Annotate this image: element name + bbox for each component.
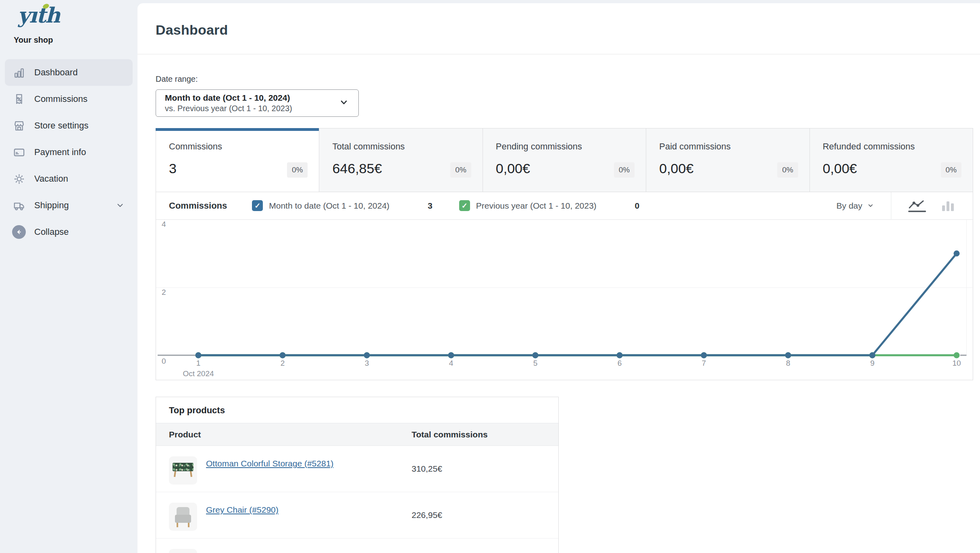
stat-delta-badge: 0% xyxy=(941,162,961,178)
sidebar-item-vacation[interactable]: Vacation xyxy=(5,166,133,192)
stat-label: Commissions xyxy=(169,141,307,152)
stats-tabs: Commissions 3 0% Total commissions 646,8… xyxy=(156,128,973,192)
sidebar-menu: Dashboard Commissions xyxy=(0,59,137,245)
checkbox-previous-period[interactable] xyxy=(459,200,470,211)
svg-text:3: 3 xyxy=(365,359,369,367)
sidebar-item-label: Dashboard xyxy=(34,67,78,78)
svg-text:5: 5 xyxy=(533,359,538,367)
sidebar-item-collapse[interactable]: Collapse xyxy=(5,219,133,245)
shop-name: Your shop xyxy=(0,31,137,45)
svg-text:6: 6 xyxy=(618,359,622,367)
bar-chart-icon[interactable] xyxy=(940,199,957,213)
bar-chart-icon xyxy=(12,66,26,79)
stat-tab-refunded-commissions[interactable]: Refunded commissions 0,00€ 0% xyxy=(809,128,973,192)
product-link[interactable]: Wood Dining Table (#5272) xyxy=(206,551,308,553)
svg-text:9: 9 xyxy=(870,359,875,367)
sidebar-item-store-settings[interactable]: Store settings xyxy=(5,112,133,139)
product-thumbnail xyxy=(169,549,197,553)
series-toggle-label: Month to date (Oct 1 - 10, 2024) xyxy=(269,201,389,211)
top-products-header-row: Product Total commissions xyxy=(156,423,558,446)
product-total: 310,25€ xyxy=(412,464,545,474)
page-title: Dashboard xyxy=(156,22,973,38)
series-toggle-label: Previous year (Oct 1 - 10, 2023) xyxy=(476,201,597,211)
svg-text:10: 10 xyxy=(952,359,961,367)
sidebar: yıth Your shop Dashboard xyxy=(0,0,137,553)
top-products-card: Top products Product Total commissions O… xyxy=(156,397,559,553)
truck-icon xyxy=(12,199,26,212)
stat-tab-total-commissions[interactable]: Total commissions 646,85€ 0% xyxy=(319,128,482,192)
main-content: Dashboard Date range: Month to date (Oct… xyxy=(137,3,980,553)
chart-controls: By day xyxy=(836,192,961,219)
chevron-down-icon xyxy=(338,97,350,110)
column-header-product: Product xyxy=(169,430,412,439)
sidebar-item-dashboard[interactable]: Dashboard xyxy=(5,59,133,86)
series-toggle-value: 0 xyxy=(635,201,640,211)
stat-tab-paid-commissions[interactable]: Paid commissions 0,00€ 0% xyxy=(646,128,809,192)
table-row: Wood Dining Table (#5272) 109,65€ xyxy=(156,539,558,553)
stat-delta-badge: 0% xyxy=(614,162,635,178)
sidebar-item-commissions[interactable]: Commissions xyxy=(5,86,133,112)
stat-label: Total commissions xyxy=(332,141,470,152)
product-thumbnail xyxy=(169,503,197,531)
date-range-select[interactable]: Month to date (Oct 1 - 10, 2024) vs. Pre… xyxy=(156,89,359,117)
storefront-icon xyxy=(12,119,26,133)
yith-logo-text: yıth xyxy=(18,3,60,27)
date-range-label: Date range: xyxy=(156,75,973,84)
stat-label: Pending commissions xyxy=(496,141,634,152)
stat-value: 3 xyxy=(169,161,307,176)
app-root: yıth Your shop Dashboard xyxy=(0,0,980,553)
product-link[interactable]: Ottoman Colorful Storage (#5281) xyxy=(206,459,333,468)
interval-label: By day xyxy=(836,201,862,211)
stat-value: 646,85€ xyxy=(332,161,470,176)
series-toggle-value: 3 xyxy=(428,201,433,211)
page-header: Dashboard xyxy=(137,3,980,54)
commissions-line-chart[interactable]: 02412345678910Oct 2024 xyxy=(156,220,973,380)
chart-type-switch xyxy=(908,199,961,213)
stats-chart-card: Commissions 3 0% Total commissions 646,8… xyxy=(156,128,973,380)
stat-delta-badge: 0% xyxy=(287,162,308,178)
chevron-down-icon[interactable] xyxy=(116,201,125,210)
svg-text:4: 4 xyxy=(162,220,166,228)
stat-label: Refunded commissions xyxy=(823,141,961,152)
table-row: Grey Chair (#5290) 226,95€ xyxy=(156,492,558,539)
divider xyxy=(891,192,891,219)
sidebar-item-label: Payment info xyxy=(34,147,86,157)
checkbox-current-period[interactable] xyxy=(252,200,263,211)
yith-logo: yıth xyxy=(0,0,137,31)
stat-tab-pending-commissions[interactable]: Pending commissions 0,00€ 0% xyxy=(483,128,646,192)
chart-header: Commissions Month to date (Oct 1 - 10, 2… xyxy=(156,192,973,220)
date-range-primary: Month to date (Oct 1 - 10, 2024) xyxy=(165,93,292,103)
interval-select[interactable]: By day xyxy=(836,201,874,211)
top-products-title: Top products xyxy=(156,397,558,423)
chart-title: Commissions xyxy=(169,201,227,211)
date-range-block: Date range: Month to date (Oct 1 - 10, 2… xyxy=(156,75,973,117)
sidebar-item-label: Commissions xyxy=(34,94,87,104)
svg-text:2: 2 xyxy=(281,359,285,367)
line-chart-icon[interactable] xyxy=(908,199,927,213)
svg-text:Oct 2024: Oct 2024 xyxy=(183,369,214,378)
sidebar-item-label: Shipping xyxy=(34,200,69,211)
column-header-total-commissions: Total commissions xyxy=(412,430,545,439)
svg-text:2: 2 xyxy=(162,288,166,296)
svg-text:7: 7 xyxy=(702,359,706,367)
stat-value: 0,00€ xyxy=(496,161,634,176)
receipt-percent-icon xyxy=(12,92,26,106)
product-total: 226,95€ xyxy=(412,510,545,520)
sidebar-item-label: Collapse xyxy=(34,227,69,237)
product-link[interactable]: Grey Chair (#5290) xyxy=(206,505,279,515)
stat-tab-commissions[interactable]: Commissions 3 0% xyxy=(156,128,319,192)
series-toggle-current: Month to date (Oct 1 - 10, 2024) 3 xyxy=(252,200,433,211)
sidebar-item-label: Store settings xyxy=(34,120,89,131)
sidebar-item-label: Vacation xyxy=(34,174,68,184)
stat-value: 0,00€ xyxy=(823,161,961,176)
stat-delta-badge: 0% xyxy=(450,162,471,178)
sidebar-item-payment-info[interactable]: Payment info xyxy=(5,139,133,166)
credit-card-icon xyxy=(12,145,26,159)
series-toggle-previous: Previous year (Oct 1 - 10, 2023) 0 xyxy=(459,200,640,211)
product-thumbnail xyxy=(169,456,197,485)
stat-value: 0,00€ xyxy=(659,161,797,176)
svg-text:4: 4 xyxy=(449,359,454,367)
stat-label: Paid commissions xyxy=(659,141,797,152)
stat-delta-badge: 0% xyxy=(777,162,798,178)
sidebar-item-shipping[interactable]: Shipping xyxy=(5,192,133,219)
